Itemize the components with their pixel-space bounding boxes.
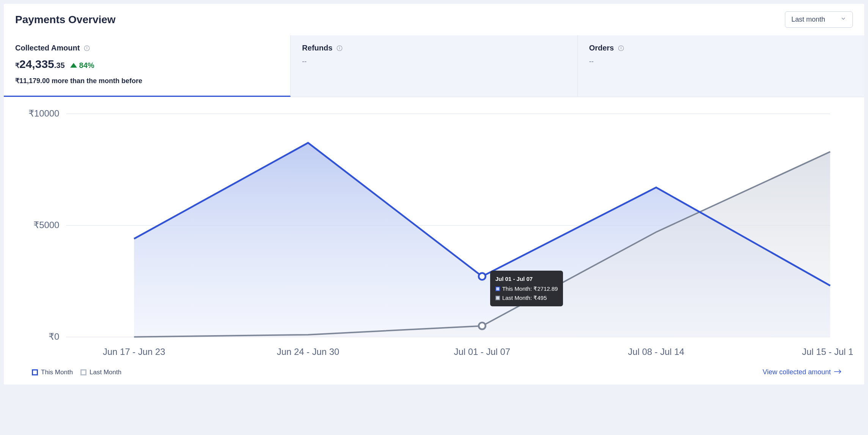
trend-indicator: 84%: [70, 61, 94, 70]
tab-label: Orders: [589, 44, 614, 52]
legend-square-gray-icon: [80, 369, 86, 375]
tab-collected-amount[interactable]: Collected Amount ₹24,335.35 84% ₹11,179.…: [4, 35, 291, 97]
legend-square-blue-icon: [32, 369, 38, 375]
legend-label: Last Month: [90, 369, 121, 376]
view-link-text: View collected amount: [763, 368, 831, 376]
tooltip-this-month: This Month: ₹2712.89: [502, 284, 558, 293]
tooltip-last-month: Last Month: ₹495: [502, 293, 547, 303]
tab-label: Collected Amount: [15, 44, 80, 52]
svg-text:₹10000: ₹10000: [28, 108, 59, 118]
tab-refunds[interactable]: Refunds --: [291, 35, 577, 97]
page-title: Payments Overview: [15, 14, 116, 26]
currency-symbol: ₹: [15, 62, 19, 69]
chart-legend: This Month Last Month: [32, 369, 121, 376]
amount-decimal: .35: [54, 61, 65, 69]
chart-area: ₹0₹5000₹10000 Jun 17 - Jun 23Jun 24 - Ju…: [4, 97, 864, 385]
legend-label: This Month: [41, 369, 73, 376]
panel-header: Payments Overview Last month: [4, 4, 864, 35]
chevron-down-icon: [840, 16, 846, 24]
tab-label: Refunds: [302, 44, 332, 52]
legend-square-blue-icon: [495, 287, 500, 291]
svg-point-16: [479, 273, 486, 280]
payments-overview-panel: Payments Overview Last month Collected A…: [4, 4, 864, 385]
metric-tabs: Collected Amount ₹24,335.35 84% ₹11,179.…: [4, 35, 864, 97]
comparison-text: ₹11,179.00 more than the month before: [15, 77, 279, 85]
legend-item-last-month[interactable]: Last Month: [80, 369, 121, 376]
view-collected-amount-link[interactable]: View collected amount: [763, 368, 841, 376]
info-icon[interactable]: [618, 45, 624, 52]
info-icon[interactable]: [83, 45, 90, 52]
trend-up-icon: [70, 61, 77, 70]
legend-item-this-month[interactable]: This Month: [32, 369, 73, 376]
tooltip-title: Jul 01 - Jul 07: [495, 274, 558, 284]
svg-text:Jul 15 - Jul 17: Jul 15 - Jul 17: [802, 347, 853, 357]
svg-text:Jul 01 - Jul 07: Jul 01 - Jul 07: [454, 347, 511, 357]
svg-marker-3: [70, 63, 77, 68]
svg-point-17: [479, 323, 486, 329]
svg-text:Jun 24 - Jun 30: Jun 24 - Jun 30: [277, 347, 339, 357]
svg-text:₹0: ₹0: [49, 331, 59, 342]
chart-footer: This Month Last Month View collected amo…: [15, 365, 853, 381]
svg-point-6: [340, 47, 340, 47]
trend-percent: 84%: [79, 61, 94, 70]
period-value: Last month: [791, 16, 825, 24]
area-chart[interactable]: ₹0₹5000₹10000 Jun 17 - Jun 23Jun 24 - Ju…: [15, 105, 853, 365]
arrow-right-icon: [834, 368, 841, 376]
info-icon[interactable]: [336, 45, 343, 52]
orders-value: --: [589, 58, 853, 66]
chart-container[interactable]: ₹0₹5000₹10000 Jun 17 - Jun 23Jun 24 - Ju…: [15, 105, 853, 365]
svg-text:Jul 08 - Jul 14: Jul 08 - Jul 14: [628, 347, 684, 357]
svg-text:Jun 17 - Jun 23: Jun 17 - Jun 23: [103, 347, 165, 357]
amount-integer: 24,335: [19, 58, 54, 70]
svg-point-9: [621, 47, 621, 47]
chart-tooltip: Jul 01 - Jul 07 This Month: ₹2712.89 Las…: [490, 271, 563, 306]
period-dropdown[interactable]: Last month: [785, 11, 853, 28]
refunds-value: --: [302, 58, 566, 66]
tooltip-row-last-month: Last Month: ₹495: [495, 293, 558, 303]
svg-text:₹5000: ₹5000: [33, 220, 59, 230]
tab-orders[interactable]: Orders --: [578, 35, 864, 97]
collected-amount-value: ₹24,335.35 84%: [15, 58, 279, 71]
svg-point-2: [87, 47, 87, 47]
legend-square-gray-icon: [495, 296, 500, 300]
tooltip-row-this-month: This Month: ₹2712.89: [495, 284, 558, 293]
